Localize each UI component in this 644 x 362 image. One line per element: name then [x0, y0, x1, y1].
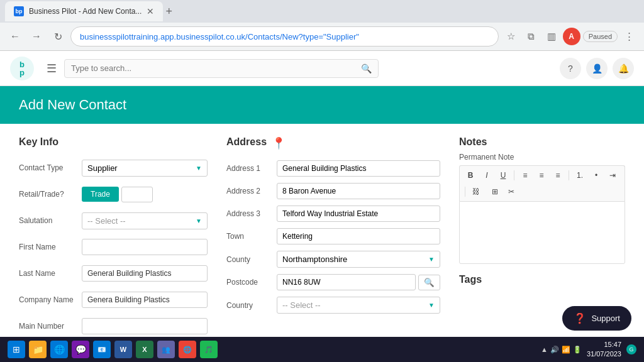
postcode-input[interactable] — [277, 274, 416, 290]
app-container: b p ☰ 🔍 ? 👤 🔔 Add New Contact Key — [0, 51, 644, 362]
notes-title: Notes — [459, 136, 625, 148]
taskbar-excel[interactable]: X — [136, 341, 153, 358]
tab-bar: bp Business Pilot - Add New Conta... ✕ + — [0, 0, 644, 23]
postcode-search-button[interactable]: 🔍 — [418, 275, 440, 290]
support-label: Support — [591, 314, 620, 323]
page-title: Add New Contact — [19, 97, 126, 113]
back-button[interactable]: ← — [6, 28, 24, 45]
reload-button[interactable]: ↻ — [49, 28, 67, 45]
retail-input[interactable] — [121, 187, 153, 202]
forward-button[interactable]: → — [28, 28, 45, 45]
taskbar-chrome[interactable]: 🌐 — [179, 341, 196, 358]
wifi-icon: 📶 — [562, 346, 570, 354]
address-title: Address — [226, 136, 267, 148]
county-select[interactable]: Northamptonshire ▼ — [277, 251, 440, 268]
county-row: County Northamptonshire ▼ — [226, 251, 440, 268]
tab-favicon: bp — [14, 6, 24, 16]
paused-badge[interactable]: Paused — [583, 31, 618, 42]
media-btn[interactable]: ✂ — [504, 185, 518, 199]
first-name-input[interactable] — [82, 239, 208, 255]
support-button[interactable]: ❓ Support — [562, 306, 631, 331]
support-icon: ❓ — [574, 312, 586, 324]
salutation-select[interactable]: -- Select -- ▼ — [82, 212, 208, 229]
user-button[interactable]: 👤 — [586, 58, 608, 79]
country-select[interactable]: -- Select -- ▼ — [277, 297, 440, 314]
search-input[interactable] — [71, 63, 361, 73]
page-title-bar: Add New Contact — [0, 86, 644, 124]
country-label: Country — [226, 301, 277, 310]
extensions-btn[interactable]: ⧉ — [523, 28, 540, 45]
hamburger-menu-button[interactable]: ☰ — [47, 62, 57, 75]
clock[interactable]: 15:47 31/07/2023 — [587, 340, 621, 359]
italic-btn[interactable]: I — [480, 168, 494, 182]
postcode-row: Postcode 🔍 — [226, 274, 440, 290]
taskbar-outlook[interactable]: 📧 — [93, 341, 111, 358]
taskbar-word[interactable]: W — [114, 341, 132, 358]
sidebar-btn[interactable]: ▥ — [543, 28, 560, 45]
last-name-input[interactable] — [82, 265, 208, 282]
network-icon: ▲ — [541, 346, 548, 353]
bold-btn[interactable]: B — [464, 168, 477, 182]
align-right-btn[interactable]: ≡ — [551, 168, 565, 182]
nav-bar: ← → ↻ businessspilottraining.app.busines… — [0, 23, 644, 50]
addr2-label: Address 2 — [226, 187, 277, 195]
company-name-input[interactable] — [82, 292, 208, 308]
browser-chrome: bp Business Pilot - Add New Conta... ✕ +… — [0, 0, 644, 51]
perm-note-label: Permanent Note — [459, 153, 625, 162]
link-btn[interactable]: ⛓ — [469, 185, 483, 199]
bp-logo: b p — [10, 57, 34, 80]
align-left-btn[interactable]: ≡ — [518, 168, 532, 182]
county-label: County — [226, 255, 277, 264]
main-number-label: Main Number — [19, 322, 82, 331]
clock-date: 31/07/2023 — [587, 349, 621, 359]
main-number-input[interactable] — [82, 318, 208, 334]
notes-body[interactable] — [459, 201, 625, 264]
app-header-bar: b p ☰ 🔍 ? 👤 🔔 — [0, 51, 644, 86]
taskbar-chat[interactable]: 💬 — [72, 341, 89, 358]
new-tab-button[interactable]: + — [165, 5, 172, 18]
key-info-title: Key Info — [19, 136, 208, 148]
town-input[interactable] — [277, 228, 440, 244]
menu-btn[interactable]: ⋮ — [620, 28, 638, 45]
last-name-row: Last Name — [19, 263, 208, 283]
addr2-row: Address 2 — [226, 183, 440, 199]
underline-btn[interactable]: U — [496, 168, 510, 182]
contact-type-row: Contact Type Supplier ▼ — [19, 158, 208, 178]
bookmark-btn[interactable]: ☆ — [502, 28, 520, 45]
search-submit-btn[interactable]: 🔍 — [361, 63, 372, 74]
help-button[interactable]: ? — [560, 58, 581, 79]
salutation-row: Salutation -- Select -- ▼ — [19, 211, 208, 231]
taskbar-teams[interactable]: 👥 — [157, 341, 175, 358]
first-name-label: First Name — [19, 243, 82, 251]
align-center-btn[interactable]: ≡ — [535, 168, 548, 182]
taskbar-edge[interactable]: 🌐 — [50, 341, 68, 358]
ordered-list-btn[interactable]: 1. — [573, 168, 587, 182]
form-area: Key Info Contact Type Supplier ▼ Retail/… — [0, 124, 644, 362]
active-tab[interactable]: bp Business Pilot - Add New Conta... ✕ — [5, 1, 163, 21]
contact-type-select[interactable]: Supplier ▼ — [82, 160, 208, 177]
town-row: Town — [226, 228, 440, 244]
notification-area[interactable]: G — [626, 344, 636, 354]
addr3-input[interactable] — [277, 206, 440, 222]
start-button[interactable]: ⊞ — [8, 341, 25, 358]
addr2-input[interactable] — [277, 183, 440, 199]
taskbar-files[interactable]: 📁 — [29, 341, 47, 358]
profile-button[interactable]: A — [563, 28, 580, 45]
clock-time: 15:47 — [587, 340, 621, 349]
key-info-section: Key Info Contact Type Supplier ▼ Retail/… — [19, 136, 208, 350]
notification-button[interactable]: 🔔 — [613, 58, 634, 79]
taskbar-spotify[interactable]: 🎵 — [200, 341, 218, 358]
battery-icon: 🔋 — [573, 346, 582, 354]
country-placeholder: -- Select -- — [282, 300, 321, 310]
url-text: businessspilottraining.app.businesspilot… — [80, 32, 489, 41]
addr1-input[interactable] — [277, 160, 440, 177]
address-bar[interactable]: businessspilottraining.app.businesspilot… — [70, 26, 499, 47]
location-icon: 📍 — [272, 136, 286, 150]
search-bar[interactable]: 🔍 — [64, 59, 379, 78]
tab-close-btn[interactable]: ✕ — [147, 6, 154, 16]
country-arrow: ▼ — [428, 302, 435, 309]
unordered-list-btn[interactable]: • — [589, 168, 603, 182]
indent-btn[interactable]: ⇥ — [606, 168, 619, 182]
table-btn[interactable]: ⊞ — [488, 185, 502, 199]
trade-button[interactable]: Trade — [82, 187, 119, 202]
